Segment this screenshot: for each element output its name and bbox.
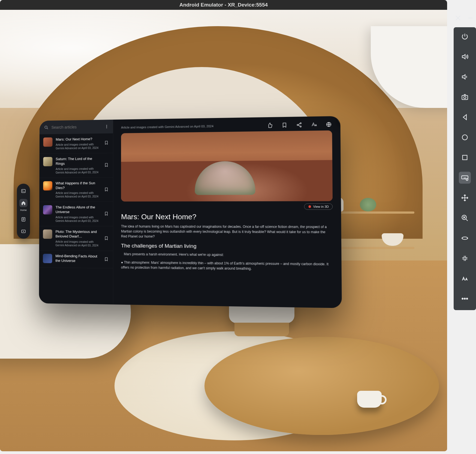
bookmark-toggle[interactable] bbox=[104, 236, 109, 241]
window-title: Android Emulator - XR_Device:5554 bbox=[179, 2, 268, 8]
article-text: The Endless Allure of the UniverseArticl… bbox=[56, 205, 101, 223]
square-icon bbox=[461, 154, 469, 161]
svg-point-16 bbox=[466, 179, 468, 181]
emu-zoom-button[interactable] bbox=[459, 212, 471, 224]
collapse-icon bbox=[461, 255, 469, 262]
article-text: What Happens if the Sun Dies?Article and… bbox=[56, 181, 101, 199]
article-thumb bbox=[43, 157, 52, 166]
rotate-icon bbox=[461, 234, 469, 242]
svg-point-20 bbox=[464, 298, 466, 299]
view-in-3d-button[interactable]: View in 3D bbox=[304, 204, 333, 210]
article-detail-column: Article and images created with Gemini A… bbox=[113, 116, 342, 308]
more-options-button[interactable] bbox=[103, 123, 110, 130]
rail-video-button[interactable] bbox=[19, 227, 28, 235]
environment-table bbox=[204, 337, 439, 435]
svg-point-5 bbox=[106, 126, 107, 127]
svg-point-18 bbox=[462, 237, 468, 239]
emu-back-button[interactable] bbox=[459, 111, 471, 123]
bookmark-button[interactable] bbox=[281, 122, 288, 128]
emu-keyboard-input-button[interactable] bbox=[459, 172, 471, 184]
emu-close-button[interactable] bbox=[454, 14, 462, 22]
article-bullet-1: Thin atmosphere: Mars' atmosphere is inc… bbox=[121, 260, 333, 272]
emu-camera-button[interactable] bbox=[459, 91, 471, 103]
article-text: Pluto: The Mysterious and Beloved Dwarf…… bbox=[55, 229, 101, 247]
article-item-title: Saturn: The Lord of the Rings bbox=[56, 156, 101, 166]
article-subheading: The challenges of Martian living bbox=[121, 243, 333, 250]
emu-volume-up-button[interactable] bbox=[459, 51, 471, 63]
share-icon bbox=[296, 122, 302, 128]
emu-collapse-button[interactable] bbox=[459, 252, 471, 264]
detail-top-row: Article and images created with Gemini A… bbox=[121, 121, 332, 131]
article-thumb bbox=[43, 181, 52, 190]
article-thumb bbox=[43, 254, 52, 263]
svg-point-6 bbox=[106, 128, 107, 128]
emu-overview-button[interactable] bbox=[459, 152, 471, 164]
bookmark-outline-icon bbox=[104, 236, 109, 240]
article-list-column: Mars: Our Next Home?Article and images c… bbox=[39, 120, 113, 304]
svg-point-21 bbox=[466, 298, 468, 299]
article-item[interactable]: Saturn: The Lord of the RingsArticle and… bbox=[39, 153, 113, 178]
emu-hand-tracking-button[interactable] bbox=[459, 273, 471, 284]
bookmark-icon bbox=[282, 122, 288, 128]
window-titlebar: Android Emulator - XR_Device:5554 bbox=[0, 0, 447, 10]
emu-home-button[interactable] bbox=[459, 131, 471, 143]
article-title: Mars: Our Next Home? bbox=[121, 213, 333, 222]
article-list[interactable]: Mars: Our Next Home?Article and images c… bbox=[39, 133, 113, 304]
emu-minimize-button[interactable] bbox=[467, 14, 474, 22]
hero-image bbox=[121, 131, 333, 202]
detail-actions bbox=[267, 121, 332, 128]
emu-volume-down-button[interactable] bbox=[459, 71, 471, 83]
view-3d-label: View in 3D bbox=[313, 205, 329, 208]
bookmark-outline-icon bbox=[104, 187, 109, 192]
more-horiz-icon bbox=[461, 295, 469, 302]
article-item[interactable]: The Endless Allure of the UniverseArticl… bbox=[39, 202, 113, 226]
rail-terminal-button[interactable] bbox=[19, 187, 28, 195]
rail-article-button[interactable] bbox=[19, 215, 28, 223]
share-button[interactable] bbox=[296, 122, 302, 128]
article-text: Saturn: The Lord of the RingsArticle and… bbox=[56, 156, 101, 174]
bookmark-outline-icon bbox=[104, 141, 109, 145]
environment-plant bbox=[360, 198, 376, 211]
bookmark-toggle[interactable] bbox=[104, 163, 109, 168]
like-button[interactable] bbox=[267, 122, 273, 128]
globe-button[interactable] bbox=[326, 121, 332, 128]
xr-content-panel: Mars: Our Next Home?Article and images c… bbox=[39, 116, 342, 308]
emulator-sidebar bbox=[454, 27, 476, 310]
article-item-title: Pluto: The Mysterious and Beloved Dwarf… bbox=[55, 229, 101, 239]
emu-move-button[interactable] bbox=[459, 192, 471, 204]
article-item[interactable]: Pluto: The Mysterious and Beloved Dwarf…… bbox=[39, 226, 113, 251]
detail-credit: Article and images created with Gemini A… bbox=[121, 125, 213, 129]
home-icon bbox=[21, 201, 26, 205]
video-icon bbox=[21, 229, 26, 234]
article-item-title: What Happens if the Sun Dies? bbox=[56, 181, 101, 190]
search-input[interactable] bbox=[52, 125, 100, 130]
move-icon bbox=[461, 194, 469, 202]
article-item-meta: Article and images created with Gemini A… bbox=[55, 240, 101, 247]
article-icon bbox=[21, 217, 26, 222]
article-text: Mars: Our Next Home?Article and images c… bbox=[56, 137, 101, 150]
article-item-meta: Article and images created with Gemini A… bbox=[56, 167, 101, 174]
svg-point-13 bbox=[462, 135, 468, 140]
bookmark-outline-icon bbox=[104, 211, 109, 216]
text-size-button[interactable] bbox=[311, 122, 317, 128]
bookmark-toggle[interactable] bbox=[104, 187, 109, 192]
power-icon bbox=[461, 33, 469, 40]
environment-cup bbox=[357, 391, 382, 408]
bookmark-toggle[interactable] bbox=[104, 141, 109, 146]
search-icon bbox=[44, 125, 49, 130]
emu-more-button[interactable] bbox=[459, 293, 471, 305]
emu-rotate-button[interactable] bbox=[459, 232, 471, 244]
bookmark-toggle[interactable] bbox=[104, 211, 109, 216]
emu-power-button[interactable] bbox=[459, 31, 471, 43]
rail-home-button[interactable] bbox=[19, 199, 28, 207]
article-item[interactable]: Mind-Bending Facts About the Universe bbox=[39, 250, 113, 268]
svg-point-12 bbox=[464, 96, 466, 99]
article-item[interactable]: What Happens if the Sun Dies?Article and… bbox=[39, 177, 113, 202]
camera-icon bbox=[461, 93, 469, 101]
article-item[interactable]: Mars: Our Next Home?Article and images c… bbox=[40, 133, 113, 154]
volume-up-icon bbox=[461, 53, 469, 60]
3d-icon bbox=[308, 205, 311, 208]
bookmark-toggle[interactable] bbox=[104, 257, 109, 262]
article-thumb bbox=[43, 229, 52, 239]
thumb-up-icon bbox=[267, 122, 273, 128]
